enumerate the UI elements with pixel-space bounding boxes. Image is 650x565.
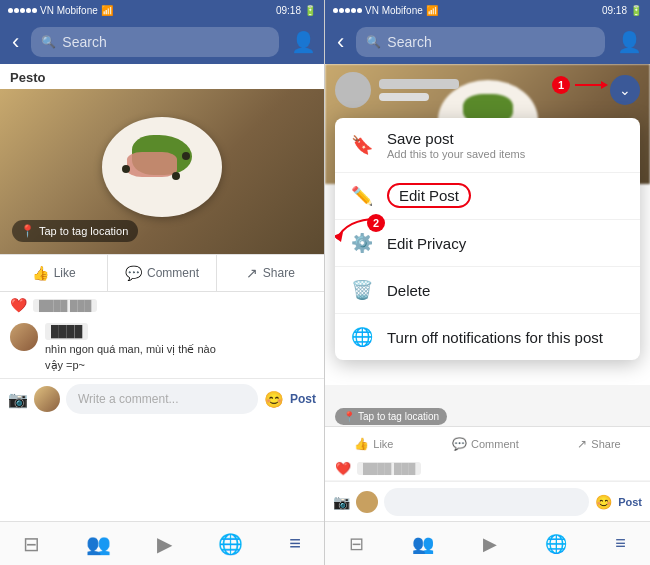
time-display: 09:18 bbox=[276, 5, 301, 16]
bg-post-btn: Post bbox=[618, 496, 642, 508]
emoji-icon[interactable]: 😊 bbox=[264, 390, 284, 409]
arrow-1-svg bbox=[573, 77, 608, 93]
dropdown-trigger-button[interactable]: ⌄ bbox=[610, 75, 640, 105]
battery-icon-right: 🔋 bbox=[630, 5, 642, 16]
share-label: Share bbox=[263, 266, 295, 280]
back-button[interactable]: ‹ bbox=[8, 25, 23, 59]
page-label: Pesto bbox=[0, 64, 324, 89]
bg-marketplace-icon: 🌐 bbox=[545, 533, 567, 555]
marketplace-icon[interactable]: 🌐 bbox=[218, 532, 243, 556]
comment-button[interactable]: 💬 Comment bbox=[108, 255, 216, 291]
food-pink bbox=[127, 152, 177, 177]
bg-reactions: ❤️ ████ ███ bbox=[325, 457, 650, 480]
post-avatar bbox=[335, 72, 371, 108]
bg-video-icon: ▶ bbox=[483, 533, 497, 555]
signal-strength bbox=[8, 8, 37, 13]
bg-like-btn: 👍 Like bbox=[354, 437, 393, 451]
profile-icon-right[interactable]: 👤 bbox=[617, 30, 642, 54]
edit-icon: ✏️ bbox=[351, 185, 373, 207]
bg-friends-icon: 👥 bbox=[412, 533, 434, 555]
bg-user-avatar bbox=[356, 491, 378, 513]
globe-icon: 🌐 bbox=[351, 326, 373, 348]
like-label: Like bbox=[54, 266, 76, 280]
signal-strength-right bbox=[333, 8, 362, 13]
comment-text: ████ nhìn ngon quá man, mùi vị thế nàovậ… bbox=[45, 323, 216, 373]
carrier-info-right: VN Mobifone 📶 bbox=[333, 5, 438, 16]
dropdown-edit-post[interactable]: ✏️ Edit Post 2 bbox=[335, 173, 640, 220]
heart-reaction: ❤️ bbox=[10, 297, 27, 313]
edit-privacy-title: Edit Privacy bbox=[387, 235, 624, 252]
annotation-2: 2 bbox=[335, 214, 387, 249]
notifications-content: Turn off notifications for this post bbox=[387, 329, 624, 346]
annotation-num-1: 1 bbox=[552, 76, 570, 94]
post-button[interactable]: Post bbox=[290, 392, 316, 406]
food-olive-2 bbox=[172, 172, 180, 180]
status-time: 09:18 🔋 bbox=[276, 5, 316, 16]
menu-icon[interactable]: ≡ bbox=[289, 532, 301, 555]
comment-input-row: 📷 Write a comment... 😊 Post bbox=[0, 378, 324, 419]
bg-reaction-names: ████ ███ bbox=[357, 462, 421, 475]
comment-label: Comment bbox=[147, 266, 199, 280]
bg-heart-icon: ❤️ bbox=[335, 461, 351, 476]
location-tag[interactable]: 📍 Tap to tag location bbox=[12, 220, 138, 242]
search-icon: 🔍 bbox=[41, 35, 56, 49]
right-content: ⌄ 1 🔖 Save post Add this to your saved i… bbox=[325, 64, 650, 565]
edit-post-content: Edit Post bbox=[387, 187, 624, 205]
share-button[interactable]: ↗ Share bbox=[217, 255, 324, 291]
carrier-info: VN Mobifone 📶 bbox=[8, 5, 113, 16]
svg-marker-1 bbox=[601, 81, 608, 89]
bg-camera-icon: 📷 bbox=[333, 494, 350, 510]
wifi-icon: 📶 bbox=[101, 5, 113, 16]
like-button[interactable]: 👍 Like bbox=[0, 255, 108, 291]
carrier-name-right: VN Mobifone bbox=[365, 5, 423, 16]
search-bar-left[interactable]: 🔍 Search bbox=[31, 27, 279, 57]
post-header: ⌄ 1 bbox=[325, 64, 650, 116]
profile-icon[interactable]: 👤 bbox=[291, 30, 316, 54]
home-icon[interactable]: ⊟ bbox=[23, 532, 40, 556]
comment-icon: 💬 bbox=[125, 265, 142, 281]
status-bar-right: VN Mobifone 📶 09:18 🔋 bbox=[325, 0, 650, 20]
annotation-1: 1 bbox=[552, 76, 608, 94]
carrier-name: VN Mobifone bbox=[40, 5, 98, 16]
comment-input[interactable]: Write a comment... bbox=[66, 384, 258, 414]
dropdown-delete[interactable]: 🗑️ Delete bbox=[335, 267, 640, 314]
reaction-names: ████ ███ bbox=[33, 299, 97, 312]
bg-bottom-nav: ⊟ 👥 ▶ 🌐 ≡ bbox=[325, 521, 650, 565]
delete-icon: 🗑️ bbox=[351, 279, 373, 301]
nav-bar-right: ‹ 🔍 Search 👤 bbox=[325, 20, 650, 64]
bg-location-tag: 📍 Tap to tag location bbox=[335, 408, 447, 425]
action-bar-left: 👍 Like 💬 Comment ↗ Share bbox=[0, 254, 324, 292]
time-display-right: 09:18 bbox=[602, 5, 627, 16]
comment-row: ████ nhìn ngon quá man, mùi vị thế nàovậ… bbox=[0, 318, 324, 378]
bg-share-label: Share bbox=[591, 438, 620, 450]
post-image: 📍 Tap to tag location bbox=[0, 89, 324, 254]
bg-emoji-icon: 😊 bbox=[595, 494, 612, 510]
commenter-name: ████ bbox=[45, 323, 88, 340]
back-button-right[interactable]: ‹ bbox=[333, 25, 348, 59]
delete-content: Delete bbox=[387, 282, 624, 299]
annotation-num-2: 2 bbox=[367, 214, 385, 232]
bg-comment-btn: 💬 Comment bbox=[452, 437, 519, 451]
video-icon[interactable]: ▶ bbox=[157, 532, 172, 556]
bg-home-icon: ⊟ bbox=[349, 533, 364, 555]
plate-img bbox=[102, 117, 222, 217]
friends-icon[interactable]: 👥 bbox=[86, 532, 111, 556]
bg-comment-icon: 💬 bbox=[452, 437, 467, 451]
chevron-down-icon: ⌄ bbox=[619, 82, 631, 98]
bg-like-icon: 👍 bbox=[354, 437, 369, 451]
bg-share-icon: ↗ bbox=[577, 437, 587, 451]
pin-icon: 📍 bbox=[20, 224, 35, 238]
food-olive-3 bbox=[182, 152, 190, 160]
dropdown-save-post[interactable]: 🔖 Save post Add this to your saved items bbox=[335, 118, 640, 173]
bg-pin-icon: 📍 bbox=[343, 411, 355, 422]
dropdown-notifications[interactable]: 🌐 Turn off notifications for this post bbox=[335, 314, 640, 360]
status-time-right: 09:18 🔋 bbox=[602, 5, 642, 16]
bookmark-icon: 🔖 bbox=[351, 134, 373, 156]
edit-post-title: Edit Post bbox=[387, 183, 471, 208]
edit-privacy-content: Edit Privacy bbox=[387, 235, 624, 252]
nav-bar-left: ‹ 🔍 Search 👤 bbox=[0, 20, 324, 64]
camera-icon[interactable]: 📷 bbox=[8, 390, 28, 409]
search-bar-right[interactable]: 🔍 Search bbox=[356, 27, 605, 57]
search-placeholder-left: Search bbox=[62, 34, 106, 50]
user-avatar-small bbox=[34, 386, 60, 412]
